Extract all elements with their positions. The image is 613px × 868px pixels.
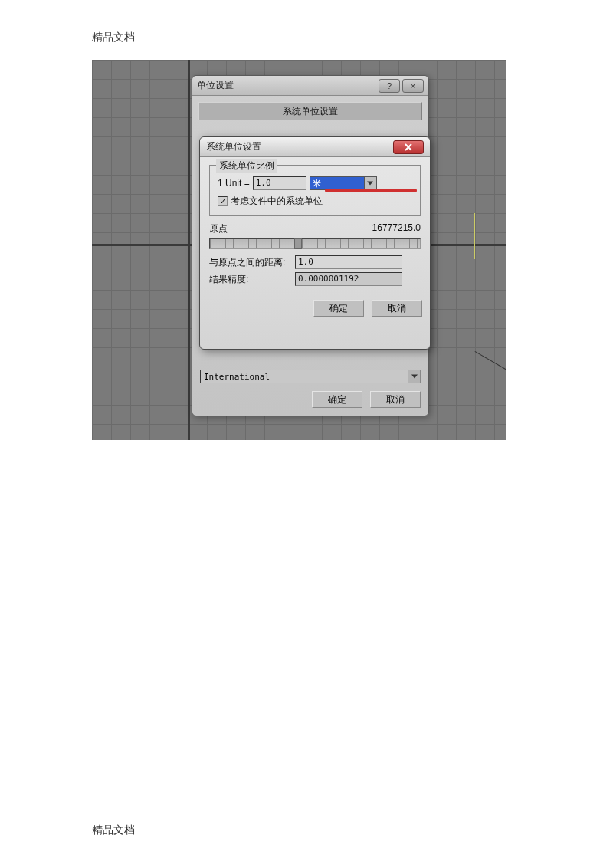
system-unit-settings-button[interactable]: 系统单位设置 <box>198 102 422 120</box>
slider-ticks <box>210 239 420 248</box>
highlight-line <box>474 213 475 259</box>
chevron-down-icon <box>364 177 376 189</box>
unit-prefix-label: 1 Unit = <box>218 178 250 189</box>
distance-input[interactable]: 1.0 <box>295 255 402 269</box>
units-dialog-title: 单位设置 <box>197 79 234 92</box>
chevron-down-icon <box>408 370 420 383</box>
distance-label: 与原点之间的距离: <box>209 256 290 269</box>
axis-vertical <box>188 60 190 440</box>
group-title: 系统单位比例 <box>216 159 277 173</box>
system-units-dialog: 系统单位设置 系统单位比例 1 Unit = 1.0 米 <box>199 136 431 350</box>
origin-label: 原点 <box>209 222 228 235</box>
screenshot-region: 单位设置 ? × 系统单位设置 International 确定 取消 系统单位… <box>92 60 506 440</box>
respect-file-units-label: 考虑文件中的系统单位 <box>231 195 323 208</box>
origin-value: 16777215.0 <box>372 222 421 235</box>
help-button[interactable]: ? <box>379 79 400 93</box>
units-dialog-titlebar[interactable]: 单位设置 ? × <box>192 76 428 96</box>
close-button[interactable] <box>393 140 424 154</box>
page-header: 精品文档 <box>92 31 135 44</box>
units-format-value: International <box>204 372 270 382</box>
unit-type-value: 米 <box>313 178 321 189</box>
respect-file-units-checkbox[interactable]: ✓ <box>218 196 228 206</box>
outer-ok-button[interactable]: 确定 <box>312 391 362 408</box>
system-units-title: 系统单位设置 <box>206 140 261 153</box>
inner-ok-button[interactable]: 确定 <box>313 300 364 317</box>
unit-value-input[interactable]: 1.0 <box>253 176 306 190</box>
close-icon <box>404 143 413 152</box>
annotation-underline-icon <box>325 189 417 192</box>
slider-thumb-icon[interactable] <box>294 238 302 249</box>
diagonal-line <box>475 351 506 382</box>
system-units-titlebar[interactable]: 系统单位设置 <box>200 137 430 157</box>
units-format-select[interactable]: International <box>200 370 421 383</box>
outer-cancel-button[interactable]: 取消 <box>370 391 421 408</box>
page-footer: 精品文档 <box>92 824 135 837</box>
close-button[interactable]: × <box>402 79 424 93</box>
precision-output: 0.0000001192 <box>295 272 402 286</box>
precision-label: 结果精度: <box>209 273 290 286</box>
origin-slider[interactable] <box>209 238 421 249</box>
system-unit-scale-group: 系统单位比例 1 Unit = 1.0 米 ✓ 考虑文件中的系统单位 <box>209 165 421 216</box>
inner-cancel-button[interactable]: 取消 <box>372 300 422 317</box>
